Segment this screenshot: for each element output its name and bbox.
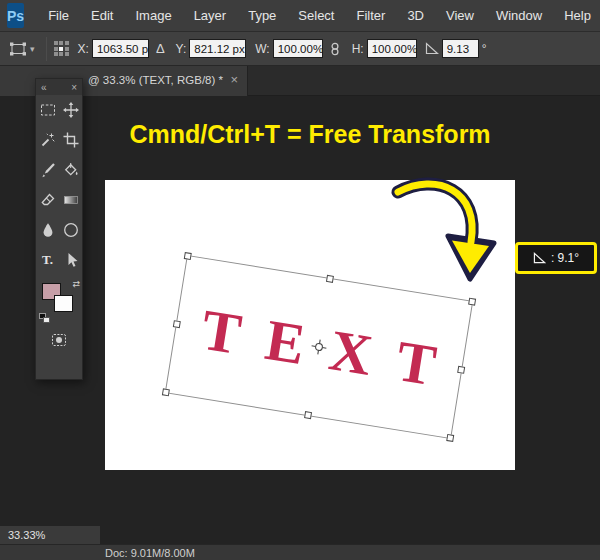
transform-handle-middle-left[interactable]: [173, 320, 181, 328]
x-input[interactable]: 1063.50 p: [92, 39, 149, 58]
ellipse-shape-tool[interactable]: [59, 215, 82, 245]
tools-panel-header: « ×: [36, 79, 82, 95]
width-input[interactable]: 100.00%: [273, 39, 323, 58]
menu-select[interactable]: Select: [287, 0, 345, 32]
magic-wand-tool[interactable]: [36, 125, 59, 155]
rotation-tooltip-value: : 9.1°: [551, 251, 579, 265]
menu-type[interactable]: Type: [237, 0, 287, 32]
transform-handle-top-left[interactable]: [184, 252, 192, 260]
brush-icon: [40, 162, 56, 178]
menu-image[interactable]: Image: [124, 0, 182, 32]
magic-wand-icon: [40, 132, 56, 148]
color-swatches: ⇄: [36, 278, 82, 326]
crop-tool[interactable]: [59, 125, 82, 155]
collapse-panel-icon[interactable]: «: [41, 82, 47, 93]
reference-point-icon[interactable]: [310, 338, 328, 356]
default-colors-icon[interactable]: [39, 313, 52, 325]
transform-handle-top-middle[interactable]: [326, 275, 334, 283]
marquee-icon: [40, 102, 56, 118]
x-label: X:: [78, 42, 89, 56]
path-select-tool[interactable]: [59, 245, 82, 275]
y-label: Y:: [176, 42, 187, 56]
zoom-level-value: 33.33%: [8, 529, 45, 541]
eraser-tool[interactable]: [36, 185, 59, 215]
paint-bucket-tool[interactable]: [59, 155, 82, 185]
tools-panel: « ×: [35, 78, 83, 380]
paint-bucket-icon: [63, 162, 79, 178]
menu-window[interactable]: Window: [485, 0, 553, 32]
rotation-input[interactable]: 9.13: [442, 39, 479, 58]
transform-handle-bottom-right[interactable]: [446, 434, 454, 442]
angle-icon: [533, 252, 546, 264]
type-tool[interactable]: T.: [36, 245, 59, 275]
menu-help[interactable]: Help: [553, 0, 600, 32]
menu-bar: Ps File Edit Image Layer Type Select Fil…: [0, 0, 600, 32]
menu-filter[interactable]: Filter: [345, 0, 396, 32]
tab-close-icon[interactable]: ×: [230, 72, 238, 87]
relative-positioning-delta-icon[interactable]: Δ: [156, 41, 165, 56]
swap-colors-icon[interactable]: ⇄: [72, 279, 80, 289]
transform-handle-bottom-middle[interactable]: [304, 411, 312, 419]
document-size-info: Doc: 9.01M/8.00M: [105, 547, 195, 559]
width-label: W:: [255, 42, 269, 56]
height-input[interactable]: 100.00%: [367, 39, 417, 58]
blur-droplet-icon: [40, 222, 56, 238]
rectangular-marquee-tool[interactable]: [36, 95, 59, 125]
crop-icon: [63, 132, 79, 148]
transform-handle-middle-right[interactable]: [457, 366, 465, 374]
separator: [46, 37, 47, 61]
options-bar: ▾ X: 1063.50 p Δ Y: 821.12 px W: 100.00%…: [0, 32, 600, 66]
menu-edit[interactable]: Edit: [80, 0, 124, 32]
gradient-tool[interactable]: [59, 185, 82, 215]
y-input[interactable]: 821.12 px: [189, 39, 246, 58]
eraser-icon: [40, 192, 56, 208]
transform-handle-bottom-left[interactable]: [162, 388, 170, 396]
degree-label: °: [482, 42, 487, 56]
background-color-swatch[interactable]: [54, 295, 73, 312]
move-tool[interactable]: [59, 95, 82, 125]
status-bar: Doc: 9.01M/8.00M: [0, 544, 600, 560]
blur-tool[interactable]: [36, 215, 59, 245]
free-transform-box[interactable]: TEXT: [165, 255, 474, 439]
menu-view[interactable]: View: [435, 0, 485, 32]
default-background-swatch: [43, 317, 50, 323]
workspace: Cmnd/Ctrl+T = Free Transform TEXT: [0, 96, 600, 544]
document-tab-title: @ 33.3% (TEXT, RGB/8) *: [88, 74, 223, 86]
brush-tool[interactable]: [36, 155, 59, 185]
height-label: H:: [352, 42, 364, 56]
document-canvas[interactable]: TEXT: [105, 180, 515, 470]
chevron-down-icon[interactable]: ▾: [30, 44, 35, 54]
rotation-angle-icon: [425, 42, 439, 55]
zoom-level-field[interactable]: 33.33%: [0, 526, 100, 544]
tab-bar: @ 33.3% (TEXT, RGB/8) * ×: [0, 66, 600, 96]
reference-point-locator[interactable]: [54, 41, 69, 56]
move-icon: [63, 102, 79, 118]
transform-handle-top-right[interactable]: [468, 298, 476, 306]
maintain-aspect-ratio-link-icon[interactable]: [329, 41, 341, 57]
type-tool-icon: T.: [42, 252, 53, 268]
quick-mask-tool[interactable]: [36, 326, 82, 354]
ellipse-icon: [63, 222, 79, 238]
close-panel-icon[interactable]: ×: [71, 82, 77, 93]
menu-layer[interactable]: Layer: [183, 0, 238, 32]
photoshop-window: Ps File Edit Image Layer Type Select Fil…: [0, 0, 600, 560]
menu-3d[interactable]: 3D: [396, 0, 435, 32]
menu-file[interactable]: File: [37, 0, 80, 32]
path-select-arrow-icon: [63, 252, 79, 268]
quick-mask-icon: [51, 332, 67, 348]
tool-grid: T.: [36, 95, 82, 275]
annotation-headline: Cmnd/Ctrl+T = Free Transform: [100, 120, 520, 149]
gradient-icon: [63, 192, 79, 208]
photoshop-logo-icon: Ps: [7, 3, 24, 28]
transform-bounding-box-icon[interactable]: [8, 41, 28, 57]
rotation-tooltip: : 9.1°: [515, 242, 597, 274]
